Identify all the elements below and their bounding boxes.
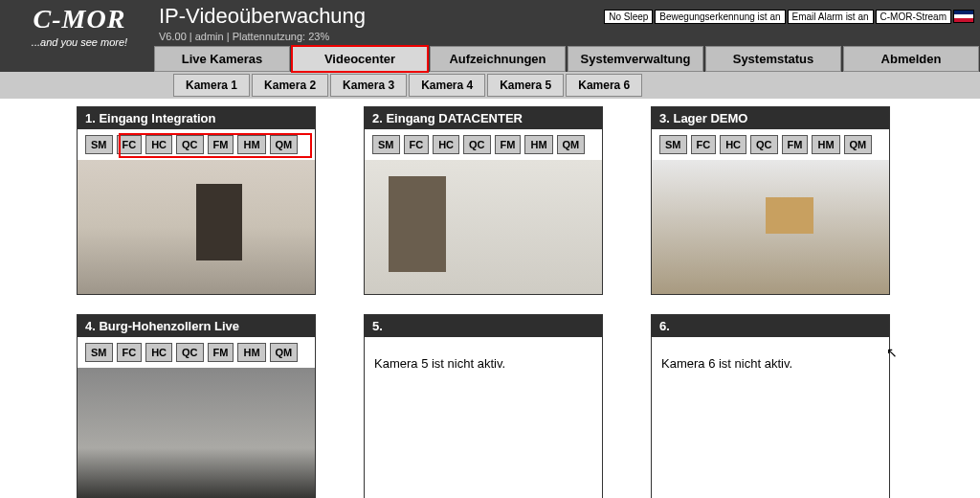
badge-motion[interactable]: Bewegungserkennung ist an bbox=[655, 10, 785, 24]
cam-btn-sm[interactable]: SM bbox=[85, 135, 113, 154]
cam-btn-fm[interactable]: FM bbox=[208, 343, 234, 362]
tab-main-3[interactable]: Systemverwaltung bbox=[568, 46, 703, 72]
badge-stream[interactable]: C-MOR-Stream bbox=[876, 10, 951, 24]
camera-tile-4: 4. Burg-Hohenzollern LiveSMFCHCQCFMHMQM bbox=[77, 314, 316, 498]
cam-btn-fm[interactable]: FM bbox=[495, 135, 522, 154]
cam-btn-qc[interactable]: QC bbox=[176, 343, 204, 362]
cam-btn-fc[interactable]: FC bbox=[117, 343, 143, 362]
cam-btn-hc[interactable]: HC bbox=[720, 135, 746, 154]
language-flag-icon[interactable] bbox=[953, 10, 974, 23]
tab-sub-1[interactable]: Kamera 2 bbox=[252, 74, 328, 97]
cam-btn-qm[interactable]: QM bbox=[557, 135, 586, 154]
cam-btn-hc[interactable]: HC bbox=[145, 343, 172, 362]
tab-sub-0[interactable]: Kamera 1 bbox=[173, 74, 250, 97]
camera-feed[interactable] bbox=[78, 160, 315, 294]
camera-tile-6: 6.Kamera 6 ist nicht aktiv. bbox=[651, 314, 890, 498]
camera-grid: 1. Eingang IntegrationSMFCHCQCFMHMQM2. E… bbox=[0, 99, 980, 498]
cam-btn-qc[interactable]: QC bbox=[176, 135, 204, 154]
tab-main-1[interactable]: Videocenter bbox=[292, 46, 428, 72]
camera-tile-2: 2. Eingang DATACENTERSMFCHCQCFMHMQM bbox=[364, 106, 603, 295]
logo-text: C-MOR bbox=[13, 6, 145, 33]
cam-btn-hc[interactable]: HC bbox=[145, 135, 172, 154]
logo-box: C-MOR ...and you see more! bbox=[0, 0, 153, 52]
cam-btn-fc[interactable]: FC bbox=[404, 135, 430, 154]
cam-btn-qm[interactable]: QM bbox=[270, 135, 299, 154]
camera-header: 4. Burg-Hohenzollern Live bbox=[78, 315, 315, 337]
camera-header: 6. bbox=[652, 315, 889, 337]
app-header: C-MOR ...and you see more! IP-Videoüberw… bbox=[0, 0, 980, 72]
tab-sub-2[interactable]: Kamera 3 bbox=[330, 74, 407, 97]
cam-btn-qm[interactable]: QM bbox=[270, 343, 299, 362]
camera-buttons: SMFCHCQCFMHMQM bbox=[78, 129, 315, 160]
camera-inactive-msg: Kamera 6 ist nicht aktiv. bbox=[652, 337, 889, 498]
cam-btn-qm[interactable]: QM bbox=[844, 135, 873, 154]
cam-btn-fc[interactable]: FC bbox=[117, 135, 143, 154]
cam-btn-hm[interactable]: HM bbox=[524, 135, 552, 154]
tab-main-4[interactable]: Systemstatus bbox=[705, 46, 841, 72]
camera-feed[interactable] bbox=[652, 160, 889, 294]
camera-tile-3: 3. Lager DEMOSMFCHCQCFMHMQM bbox=[651, 106, 890, 295]
tab-main-5[interactable]: Abmelden bbox=[843, 46, 979, 72]
camera-inactive-msg: Kamera 5 ist nicht aktiv. bbox=[365, 337, 602, 498]
cam-btn-sm[interactable]: SM bbox=[372, 135, 400, 154]
camera-header: 3. Lager DEMO bbox=[652, 107, 889, 129]
camera-header: 1. Eingang Integration bbox=[78, 107, 315, 129]
camera-buttons: SMFCHCQCFMHMQM bbox=[78, 337, 315, 368]
status-badges: No Sleep Bewegungserkennung ist an Email… bbox=[604, 10, 974, 24]
tab-sub-3[interactable]: Kamera 4 bbox=[409, 74, 485, 97]
camera-buttons: SMFCHCQCFMHMQM bbox=[365, 129, 602, 160]
badge-nosleep[interactable]: No Sleep bbox=[604, 10, 653, 24]
cam-btn-sm[interactable]: SM bbox=[85, 343, 113, 362]
camera-header: 5. bbox=[365, 315, 602, 337]
tabs-main: Live KamerasVideocenterAufzeichnungenSys… bbox=[153, 46, 980, 72]
cam-btn-qc[interactable]: QC bbox=[750, 135, 778, 154]
app-title: IP-Videoüberwachung bbox=[159, 4, 366, 29]
tab-main-2[interactable]: Aufzeichnungen bbox=[430, 46, 566, 72]
cam-btn-hc[interactable]: HC bbox=[433, 135, 459, 154]
badge-email[interactable]: Email Alarm ist an bbox=[788, 10, 874, 24]
tabs-sub: Kamera 1Kamera 2Kamera 3Kamera 4Kamera 5… bbox=[0, 72, 980, 99]
camera-tile-5: 5.Kamera 5 ist nicht aktiv. bbox=[364, 314, 603, 498]
cam-btn-fc[interactable]: FC bbox=[691, 135, 717, 154]
camera-buttons: SMFCHCQCFMHMQM bbox=[652, 129, 889, 160]
camera-header: 2. Eingang DATACENTER bbox=[365, 107, 602, 129]
meta-info: V6.00 | admin | Plattennutzung: 23% bbox=[153, 31, 980, 46]
tab-sub-4[interactable]: Kamera 5 bbox=[487, 74, 564, 97]
cam-btn-hm[interactable]: HM bbox=[237, 135, 265, 154]
camera-tile-1: 1. Eingang IntegrationSMFCHCQCFMHMQM bbox=[77, 106, 316, 295]
logo-tagline: ...and you see more! bbox=[13, 36, 145, 48]
cam-btn-fm[interactable]: FM bbox=[782, 135, 809, 154]
cam-btn-sm[interactable]: SM bbox=[659, 135, 687, 154]
cam-btn-qc[interactable]: QC bbox=[463, 135, 491, 154]
cam-btn-hm[interactable]: HM bbox=[237, 343, 265, 362]
cam-btn-fm[interactable]: FM bbox=[208, 135, 234, 154]
tab-sub-5[interactable]: Kamera 6 bbox=[566, 74, 642, 97]
camera-feed[interactable] bbox=[78, 368, 315, 498]
cam-btn-hm[interactable]: HM bbox=[812, 135, 839, 154]
camera-feed[interactable] bbox=[365, 160, 602, 294]
tab-main-0[interactable]: Live Kameras bbox=[154, 46, 290, 72]
